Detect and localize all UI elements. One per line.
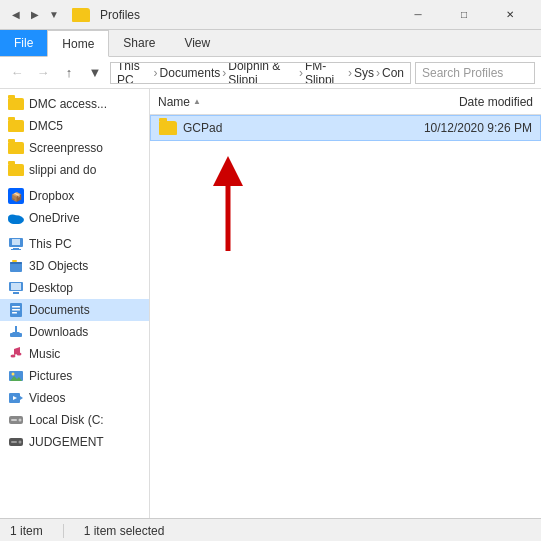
forward-button[interactable]: → [32, 62, 54, 84]
title-bar-back-icon: ◀ [8, 7, 24, 23]
sidebar-label-thispc: This PC [29, 237, 72, 251]
sidebar-item-desktop[interactable]: Desktop [0, 277, 149, 299]
path-thispc: This PC [117, 62, 152, 84]
path-sys: Sys [354, 66, 374, 80]
sidebar-label-onedrive: OneDrive [29, 211, 80, 225]
sidebar-item-screenpresso[interactable]: Screenpresso [0, 137, 149, 159]
sidebar-item-localdisk[interactable]: Local Disk (C: [0, 409, 149, 431]
onedrive-icon [8, 210, 24, 226]
sidebar-item-dmc5[interactable]: DMC5 [0, 115, 149, 137]
address-bar: ← → ↑ ▼ This PC › Documents › Dolphin & … [0, 57, 541, 89]
sidebar-label-3dobjects: 3D Objects [29, 259, 88, 273]
recent-locations-button[interactable]: ▼ [84, 62, 106, 84]
sidebar-label-documents: Documents [29, 303, 90, 317]
sidebar-label-desktop: Desktop [29, 281, 73, 295]
path-sep1: › [154, 66, 158, 80]
title-bar-icons: ◀ ▶ ▼ [8, 7, 62, 23]
title-bar-forward-icon: ▶ [27, 7, 43, 23]
path-sep4: › [348, 66, 352, 80]
svg-marker-27 [20, 396, 23, 400]
search-box[interactable]: Search Profiles [415, 62, 535, 84]
sidebar-item-3dobjects[interactable]: 3D Objects [0, 255, 149, 277]
path-sep3: › [299, 66, 303, 80]
folder-icon-dmcaccess [8, 98, 24, 110]
sidebar-item-documents[interactable]: Documents [0, 299, 149, 321]
up-button[interactable]: ↑ [58, 62, 80, 84]
sidebar-item-music[interactable]: Music [0, 343, 149, 365]
downloads-icon [8, 324, 24, 340]
sidebar: DMC access... DMC5 Screenpresso slippi a… [0, 89, 150, 518]
tab-home[interactable]: Home [47, 30, 109, 57]
file-date-gcpad: 10/12/2020 9:26 PM [372, 121, 532, 135]
sidebar-item-dropbox[interactable]: 📦 Dropbox [0, 185, 149, 207]
folder-icon-gcpad [159, 121, 177, 135]
item-count: 1 item [10, 524, 43, 538]
svg-rect-34 [11, 441, 17, 443]
svg-text:📦: 📦 [11, 191, 23, 203]
minimize-button[interactable]: ─ [395, 0, 441, 30]
sidebar-item-pictures[interactable]: Pictures [0, 365, 149, 387]
judgement-icon [8, 434, 24, 450]
path-sep2: › [222, 66, 226, 80]
sidebar-item-downloads[interactable]: Downloads [0, 321, 149, 343]
selected-count: 1 item selected [84, 524, 165, 538]
svg-rect-31 [11, 419, 17, 421]
videos-icon [8, 390, 24, 406]
documents-icon [8, 302, 24, 318]
red-arrow-svg [198, 151, 258, 261]
status-divider [63, 524, 64, 538]
main-area: DMC access... DMC5 Screenpresso slippi a… [0, 89, 541, 518]
search-placeholder: Search Profiles [422, 66, 503, 80]
sidebar-item-slippi[interactable]: slippi and do [0, 159, 149, 181]
address-path[interactable]: This PC › Documents › Dolphin & Slippi ›… [110, 62, 411, 84]
svg-rect-12 [11, 283, 21, 290]
music-icon [8, 346, 24, 362]
path-dolphin: Dolphin & Slippi [228, 62, 297, 84]
svg-point-33 [19, 441, 22, 444]
maximize-button[interactable]: □ [441, 0, 487, 30]
sidebar-label-pictures: Pictures [29, 369, 72, 383]
folder-icon-dmc5 [8, 120, 24, 132]
svg-rect-7 [11, 249, 21, 250]
back-button[interactable]: ← [6, 62, 28, 84]
tab-view[interactable]: View [170, 30, 225, 56]
pictures-icon [8, 368, 24, 384]
path-fmslippi: FM-Slippi [305, 62, 346, 84]
sidebar-item-videos[interactable]: Videos [0, 387, 149, 409]
svg-rect-9 [10, 262, 22, 264]
sidebar-item-thispc[interactable]: This PC [0, 233, 149, 255]
thispc-icon [8, 236, 24, 252]
ribbon: File Home Share View [0, 30, 541, 57]
file-row-gcpad[interactable]: GCPad 10/12/2020 9:26 PM [150, 115, 541, 141]
column-headers: Name ▲ Date modified [150, 89, 541, 115]
window-controls: ─ □ ✕ [395, 0, 533, 30]
status-bar: 1 item 1 item selected [0, 518, 541, 541]
svg-marker-36 [213, 156, 243, 186]
sidebar-label-downloads: Downloads [29, 325, 88, 339]
col-header-name[interactable]: Name ▲ [158, 95, 373, 109]
sidebar-label-screenpresso: Screenpresso [29, 141, 103, 155]
tab-file[interactable]: File [0, 30, 47, 56]
sidebar-item-onedrive[interactable]: OneDrive [0, 207, 149, 229]
sidebar-label-judgement: JUDGEMENT [29, 435, 104, 449]
close-button[interactable]: ✕ [487, 0, 533, 30]
svg-rect-5 [12, 239, 20, 245]
svg-rect-16 [12, 309, 20, 311]
svg-rect-13 [13, 292, 19, 294]
tab-share[interactable]: Share [109, 30, 170, 56]
path-sep5: › [376, 66, 380, 80]
sidebar-label-music: Music [29, 347, 60, 361]
window-title: Profiles [100, 8, 140, 22]
sidebar-item-dmcaccess[interactable]: DMC access... [0, 93, 149, 115]
arrow-annotation [150, 141, 541, 261]
path-documents: Documents [160, 66, 221, 80]
sidebar-item-judgement[interactable]: JUDGEMENT [0, 431, 149, 453]
desktop-icon [8, 280, 24, 296]
svg-point-30 [19, 419, 22, 422]
path-con: Con [382, 66, 404, 80]
folder-icon-slippi [8, 164, 24, 176]
col-date-label: Date modified [459, 95, 533, 109]
col-header-date[interactable]: Date modified [373, 95, 533, 109]
svg-rect-17 [12, 312, 17, 314]
folder-icon-screenpresso [8, 142, 24, 154]
